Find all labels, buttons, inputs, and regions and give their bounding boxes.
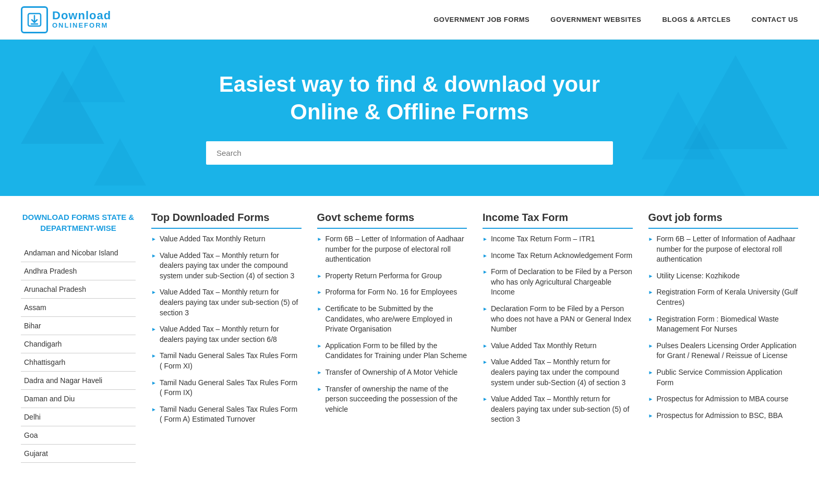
list-item[interactable]: ►Transfer of ownership the name of the p…	[317, 384, 467, 415]
arrow-icon: ►	[317, 236, 322, 243]
arrow-icon: ►	[483, 252, 488, 260]
sidebar-list: Andaman and Nicobar Island Andhra Prades…	[21, 244, 136, 463]
search-bar	[206, 141, 613, 165]
list-item[interactable]: ►Tamil Nadu General Sales Tax Rules Form…	[151, 378, 302, 398]
logo-onlineform-text: ONLINEFORM	[52, 22, 111, 29]
list-item[interactable]: ►Declaration Form to be Filed by a Perso…	[483, 304, 633, 335]
nav-blogs[interactable]: BLOGS & ARTCLES	[662, 16, 730, 23]
arrow-icon: ►	[483, 236, 488, 243]
decorative-triangle-5	[94, 139, 146, 186]
list-item[interactable]: ►Pulses Dealers Licensing Order Applicat…	[648, 341, 799, 361]
list-item[interactable]: ►Value Added Tax – Monthly return for de…	[151, 324, 302, 345]
arrow-icon: ►	[483, 359, 488, 366]
list-item[interactable]: ►Utility License: Kozhikode	[648, 271, 799, 281]
arrow-icon: ►	[483, 305, 488, 313]
logo-icon	[21, 6, 48, 33]
list-item[interactable]: ►Value Added Tax – Monthly return for de…	[151, 287, 302, 318]
list-item[interactable]: ►Value Added Tax Monthly Return	[483, 341, 633, 351]
arrow-icon: ►	[483, 396, 488, 403]
col-top-downloaded-heading: Top Downloaded Forms	[151, 212, 302, 229]
list-item[interactable]: ►Value Added Tax – Monthly return for de…	[483, 357, 633, 388]
col-income-tax-list: ►Income Tax Return Form – ITR1 ►Income T…	[483, 234, 633, 425]
logo[interactable]: Download ONLINEFORM	[21, 6, 111, 33]
nav-gov-job[interactable]: GOVERNMENT JOB FORMS	[433, 16, 529, 23]
col-govt-scheme-list: ►Form 6B – Letter of Information of Aadh…	[317, 234, 467, 414]
sidebar-item-gujarat[interactable]: Gujarat	[21, 445, 136, 463]
list-item[interactable]: ►Value Added Tax – Monthly return for de…	[151, 251, 302, 281]
col-govt-job: Govt job forms ►Form 6B – Letter of Info…	[648, 212, 799, 463]
sidebar-item-andhra[interactable]: Andhra Pradesh	[21, 262, 136, 280]
arrow-icon: ►	[317, 386, 322, 393]
col-top-downloaded-list: ►Value Added Tax Monthly Return ►Value A…	[151, 234, 302, 425]
arrow-icon: ►	[151, 252, 156, 260]
list-item[interactable]: ►Proforma for Form No. 16 for Employees	[317, 287, 467, 298]
arrow-icon: ►	[151, 406, 156, 413]
hero-section: Easiest way to find & downlaod your Onli…	[0, 40, 819, 196]
arrow-icon: ►	[151, 236, 156, 243]
nav-contact[interactable]: CONTACT US	[752, 16, 798, 23]
arrow-icon: ►	[317, 289, 322, 296]
list-item[interactable]: ►Income Tax Return Form – ITR1	[483, 234, 633, 244]
arrow-icon: ►	[151, 352, 156, 360]
arrow-icon: ►	[648, 342, 654, 350]
list-item[interactable]: ►Property Return Performa for Group	[317, 271, 467, 281]
list-item[interactable]: ►Transfer of Ownership of A Motor Vehicl…	[317, 367, 467, 378]
list-item[interactable]: ►Application Form to be filled by the Ca…	[317, 341, 467, 361]
col-govt-job-list: ►Form 6B – Letter of Information of Aadh…	[648, 234, 799, 421]
list-item[interactable]: ►Form of Declaration to be Filed by a Pe…	[483, 267, 633, 298]
sidebar-item-chhattisgarh[interactable]: Chhattisgarh	[21, 353, 136, 372]
arrow-icon: ►	[151, 326, 156, 333]
list-item[interactable]: ►Value Added Tax Monthly Return	[151, 234, 302, 244]
nav-gov-web[interactable]: GOVERNMENT WEBSITES	[550, 16, 641, 23]
decorative-triangle-2	[63, 45, 125, 102]
col-top-downloaded: Top Downloaded Forms ►Value Added Tax Mo…	[151, 212, 302, 463]
sidebar-title: DOWNLOAD FORMS STATE & DEPARTMENT-WISE	[21, 212, 136, 233]
arrow-icon: ►	[483, 342, 488, 350]
sidebar-item-bihar[interactable]: Bihar	[21, 317, 136, 335]
main-nav: GOVERNMENT JOB FORMS GOVERNMENT WEBSITES…	[433, 16, 798, 23]
list-item[interactable]: ►Tamil Nadu General Sales Tax Rules Form…	[151, 351, 302, 371]
sidebar-item-chandigarh[interactable]: Chandigarh	[21, 335, 136, 353]
hero-heading: Easiest way to find & downlaod your Onli…	[201, 71, 618, 126]
list-item[interactable]: ►Certificate to be Submitted by the Cand…	[317, 304, 467, 335]
list-item[interactable]: ►Prospectus for Admission to BSC, BBA	[648, 411, 799, 421]
arrow-icon: ►	[648, 273, 654, 280]
list-item[interactable]: ►Form 6B – Letter of Information of Aadh…	[317, 234, 467, 265]
sidebar: DOWNLOAD FORMS STATE & DEPARTMENT-WISE A…	[21, 212, 151, 463]
list-item[interactable]: ►Value Added Tax – Monthly return for de…	[483, 394, 633, 425]
arrow-icon: ►	[648, 369, 654, 376]
arrow-icon: ►	[648, 396, 654, 403]
sidebar-item-assam[interactable]: Assam	[21, 299, 136, 317]
arrow-icon: ►	[317, 369, 322, 376]
list-item[interactable]: ►Form 6B – Letter of Information of Aadh…	[648, 234, 799, 265]
col-income-tax-heading: Income Tax Form	[483, 212, 633, 229]
list-item[interactable]: ►Public Service Commission Application F…	[648, 367, 799, 388]
decorative-triangle-6	[657, 123, 751, 196]
main-content: DOWNLOAD FORMS STATE & DEPARTMENT-WISE A…	[0, 196, 819, 478]
arrow-icon: ►	[483, 268, 488, 276]
arrow-icon: ►	[317, 342, 322, 350]
list-item[interactable]: ►Registration Form : Biomedical Waste Ma…	[648, 314, 799, 335]
arrow-icon: ►	[648, 236, 654, 243]
search-input[interactable]	[206, 141, 613, 165]
sidebar-item-dadra[interactable]: Dadra and Nagar Haveli	[21, 372, 136, 390]
sidebar-item-goa[interactable]: Goa	[21, 426, 136, 445]
list-item[interactable]: ►Income Tax Return Acknowledgement Form	[483, 251, 633, 261]
arrow-icon: ►	[151, 289, 156, 296]
arrow-icon: ►	[648, 316, 654, 323]
arrow-icon: ►	[151, 379, 156, 387]
list-item[interactable]: ►Prospectus for Admission to MBA course	[648, 394, 799, 404]
sidebar-item-delhi[interactable]: Delhi	[21, 408, 136, 426]
arrow-icon: ►	[648, 289, 654, 296]
forms-grid: Top Downloaded Forms ►Value Added Tax Mo…	[151, 212, 798, 463]
list-item[interactable]: ►Registration Form of Kerala University …	[648, 287, 799, 308]
arrow-icon: ►	[648, 412, 654, 420]
col-govt-job-heading: Govt job forms	[648, 212, 799, 229]
sidebar-item-arunachal[interactable]: Arunachal Pradesh	[21, 280, 136, 299]
sidebar-item-daman[interactable]: Daman and Diu	[21, 390, 136, 408]
arrow-icon: ►	[317, 305, 322, 313]
sidebar-item-andaman[interactable]: Andaman and Nicobar Island	[21, 244, 136, 262]
logo-text: Download ONLINEFORM	[52, 9, 111, 29]
arrow-icon: ►	[317, 273, 322, 280]
list-item[interactable]: ►Tamil Nadu General Sales Tax Rules Form…	[151, 404, 302, 425]
